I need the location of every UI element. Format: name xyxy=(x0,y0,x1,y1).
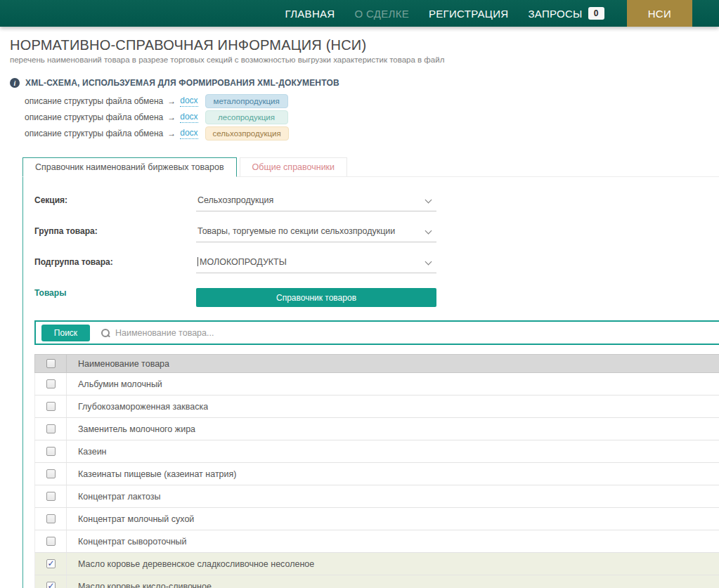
nav-item-requests[interactable]: ЗАПРОСЫ 0 xyxy=(528,0,604,27)
row-label: Масло коровье деревенское сладкосливочно… xyxy=(67,559,314,569)
arrow-icon: → xyxy=(167,96,176,106)
docx-link[interactable]: docx xyxy=(180,112,197,123)
select-all-checkbox[interactable] xyxy=(46,359,56,368)
exchange-row-text: описание структуры файла обмена xyxy=(25,96,163,106)
docx-link[interactable]: docx xyxy=(180,96,197,107)
checkbox-cell xyxy=(35,396,67,417)
docx-link[interactable]: docx xyxy=(180,128,197,139)
row-checkbox[interactable] xyxy=(46,469,56,478)
subgroup-select-value: МОЛОКОПРОДУКТЫ xyxy=(200,257,287,267)
nav-label: НСИ xyxy=(648,8,671,20)
nav-item-home[interactable]: ГЛАВНАЯ xyxy=(285,0,335,27)
subgroup-label: Подгруппа товара: xyxy=(34,256,196,267)
nav-item-nsi-active[interactable]: НСИ xyxy=(627,0,692,27)
arrow-icon: → xyxy=(167,112,176,122)
badge-timber-products[interactable]: лесопродукция xyxy=(205,110,288,124)
checkbox-cell xyxy=(35,463,67,485)
form-row-products: Товары Справочник товаров xyxy=(34,287,719,307)
search-button[interactable]: Поиск xyxy=(41,325,90,341)
search-panel: Поиск xyxy=(34,320,719,345)
tab-bar: Справочник наименований биржевых товаров… xyxy=(22,157,719,177)
arrow-icon: → xyxy=(167,129,176,138)
row-label: Заменитель молочного жира xyxy=(67,424,195,434)
row-checkbox[interactable] xyxy=(46,559,56,568)
row-label: Масло коровье кисло-сливочное xyxy=(67,582,212,588)
row-checkbox[interactable] xyxy=(46,424,56,433)
nav-label: РЕГИСТРАЦИЯ xyxy=(429,8,508,20)
section-select-value: Сельхозпродукция xyxy=(197,195,273,205)
tab-general-references[interactable]: Общие справочники xyxy=(240,157,348,176)
table-row[interactable]: Заменитель молочного жира xyxy=(34,418,719,440)
exchange-row-metal: описание структуры файла обмена → docx м… xyxy=(25,93,719,109)
table-row[interactable]: Казеинаты пищевые (казеинат натрия) xyxy=(34,463,719,485)
section-select[interactable]: Сельхозпродукция xyxy=(196,194,436,211)
table-header-row: Наименование товара xyxy=(34,354,719,373)
row-checkbox[interactable] xyxy=(46,514,56,523)
row-label: Концентрат молочный сухой xyxy=(67,514,194,524)
checkbox-cell xyxy=(35,373,67,395)
xml-heading-text: XML-СХЕМА, ИСПОЛЬЗУЕМАЯ ДЛЯ ФОРМИРОВАНИЯ… xyxy=(25,78,339,88)
page-subtitle: перечень наименований товара в разрезе т… xyxy=(10,55,719,64)
checkbox-cell xyxy=(35,418,67,440)
xml-section-heading: i XML-СХЕМА, ИСПОЛЬЗУЕМАЯ ДЛЯ ФОРМИРОВАН… xyxy=(10,78,719,88)
nav-label: ГЛАВНАЯ xyxy=(285,8,335,20)
chevron-down-icon xyxy=(425,259,432,266)
row-label: Казеин xyxy=(67,447,107,457)
products-reference-button[interactable]: Справочник товаров xyxy=(196,288,436,307)
product-table-body: Альбумин молочныйГлубокозамороженная зак… xyxy=(34,373,719,588)
table-row[interactable]: Масло коровье кисло-сливочное xyxy=(34,575,719,588)
checkbox-cell xyxy=(35,508,67,530)
row-checkbox[interactable] xyxy=(46,582,56,588)
row-label: Концентрат лактозы xyxy=(67,492,161,502)
exchange-row-text: описание структуры файла обмена xyxy=(25,129,163,138)
table-header-label: Наименование товара xyxy=(67,359,169,369)
group-select[interactable]: Товары, торгуемые по секции сельхозпроду… xyxy=(196,225,436,242)
badge-metal-products[interactable]: металопродукция xyxy=(205,94,288,108)
form-row-section: Секция: Сельхозпродукция xyxy=(34,194,719,211)
nav-label: ЗАПРОСЫ xyxy=(528,8,582,20)
row-checkbox[interactable] xyxy=(46,447,56,456)
text-cursor xyxy=(197,257,198,266)
tab-exchange-goods-reference[interactable]: Справочник наименований биржевых товаров xyxy=(22,157,237,177)
table-row[interactable]: Концентрат сывороточный xyxy=(34,530,719,553)
checkbox-cell xyxy=(35,553,67,575)
products-table: Наименование товара Альбумин молочныйГлу… xyxy=(34,354,719,588)
info-icon: i xyxy=(10,78,20,88)
row-checkbox[interactable] xyxy=(46,402,56,411)
nav-item-registration[interactable]: РЕГИСТРАЦИЯ xyxy=(429,0,508,27)
table-row[interactable]: Альбумин молочный xyxy=(34,373,719,396)
nav-label: О СДЕЛКЕ xyxy=(354,8,409,20)
checkbox-cell xyxy=(35,485,67,507)
table-row[interactable]: Концентрат лактозы xyxy=(34,485,719,508)
exchange-row-agricultural: описание структуры файла обмена → docx с… xyxy=(25,125,719,141)
row-checkbox[interactable] xyxy=(46,492,56,501)
table-row[interactable]: Концентрат молочный сухой xyxy=(34,508,719,530)
checkbox-cell xyxy=(35,355,67,372)
products-label: Товары xyxy=(34,287,196,298)
badge-agricultural-products[interactable]: сельхозпродукция xyxy=(205,126,289,141)
exchange-file-rows: описание структуры файла обмена → docx м… xyxy=(25,93,719,141)
row-label: Альбумин молочный xyxy=(67,379,162,389)
chevron-down-icon xyxy=(425,197,432,204)
requests-count-badge: 0 xyxy=(588,7,604,20)
form-row-subgroup: Подгруппа товара: МОЛОКОПРОДУКТЫ xyxy=(34,256,719,273)
subgroup-select[interactable]: МОЛОКОПРОДУКТЫ xyxy=(196,256,436,273)
table-row[interactable]: Масло коровье деревенское сладкосливочно… xyxy=(34,553,719,575)
top-navbar: ГЛАВНАЯ О СДЕЛКЕ РЕГИСТРАЦИЯ ЗАПРОСЫ 0 Н… xyxy=(0,0,719,27)
group-label: Группа товара: xyxy=(34,225,196,236)
nav-item-deal[interactable]: О СДЕЛКЕ xyxy=(354,0,409,27)
row-label: Казеинаты пищевые (казеинат натрия) xyxy=(67,469,236,479)
row-label: Концентрат сывороточный xyxy=(67,537,187,547)
search-icon xyxy=(101,329,109,337)
page-title: НОРМАТИВНО-СПРАВОЧНАЯ ИНФОРМАЦИЯ (НСИ) xyxy=(10,37,719,53)
exchange-row-text: описание структуры файла обмена xyxy=(25,112,163,122)
search-input[interactable] xyxy=(115,328,717,338)
row-checkbox[interactable] xyxy=(46,537,56,546)
tab-panel: Секция: Сельхозпродукция Группа товара: … xyxy=(22,177,719,588)
checkbox-cell xyxy=(35,530,67,552)
exchange-row-timber: описание структуры файла обмена → docx л… xyxy=(25,109,719,125)
chevron-down-icon xyxy=(425,228,432,235)
row-checkbox[interactable] xyxy=(46,379,56,388)
table-row[interactable]: Глубокозамороженная закваска xyxy=(34,396,719,418)
table-row[interactable]: Казеин xyxy=(34,440,719,463)
